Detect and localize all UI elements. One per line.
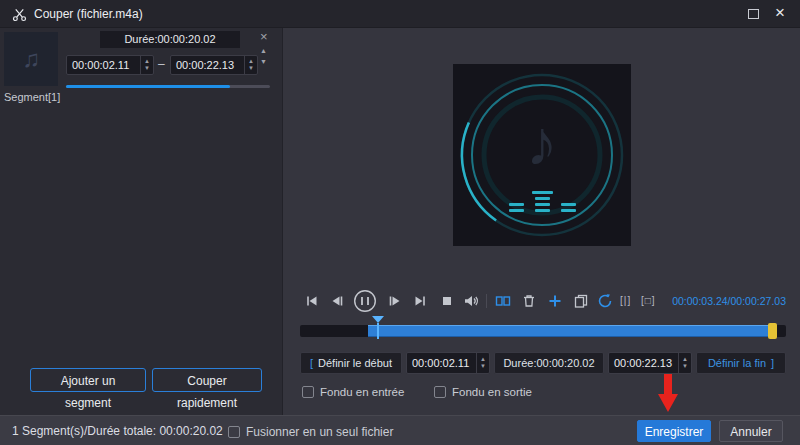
save-button[interactable]: Enregistrer <box>637 420 711 442</box>
spinner-steppers[interactable]: ▲ ▼ <box>140 56 153 74</box>
delete-segment-button[interactable] <box>520 292 538 310</box>
scissors-icon <box>12 7 27 26</box>
spin-up-icon[interactable]: ▲ <box>480 356 486 363</box>
segment-progress-track <box>66 85 270 88</box>
spinner-steppers[interactable]: ▲ ▼ <box>476 353 489 373</box>
playhead-marker-icon[interactable] <box>372 316 384 323</box>
statusbar: 1 Segment(s)/Durée totale: 00:00:20.02 F… <box>0 415 800 445</box>
segment-end-spinner[interactable]: 00:00:22.13 ▲ ▼ <box>170 55 258 75</box>
volume-button[interactable] <box>462 292 480 310</box>
spin-up-icon[interactable]: ▲ <box>248 58 254 65</box>
spin-up-icon[interactable]: ▲ <box>682 356 688 363</box>
skip-end-button[interactable] <box>411 292 429 310</box>
fade-in-label: Fondu en entrée <box>320 386 404 398</box>
maximize-button[interactable] <box>748 9 759 19</box>
move-segment-up-icon[interactable]: ▲ <box>260 47 267 54</box>
add-segment-button[interactable]: Ajouter un segment <box>30 368 146 392</box>
remove-segment-icon[interactable]: × <box>260 30 268 44</box>
loop-section-pause-button[interactable]: [|] <box>620 295 631 306</box>
timeline-selection[interactable] <box>368 325 770 337</box>
add-segment-icon-button[interactable] <box>546 292 564 310</box>
preview-panel: ♪ <box>284 28 800 415</box>
segment-start-value: 00:00:02.11 <box>67 56 140 74</box>
trim-end-spinner[interactable]: 00:00:22.13 ▲ ▼ <box>608 352 692 374</box>
segment-duration-header: Durée:00:00:20.02 <box>100 31 240 48</box>
move-segment-down-icon[interactable]: ▼ <box>260 58 267 65</box>
pause-button[interactable] <box>353 289 377 313</box>
equalizer-bars-icon <box>453 172 631 212</box>
window-title: Couper (fichier.m4a) <box>34 7 143 21</box>
start-bracket-icon: [ <box>310 357 313 369</box>
spinner-steppers[interactable]: ▲ ▼ <box>678 353 691 373</box>
segments-summary: 1 Segment(s)/Durée totale: 00:00:20.02 <box>12 424 223 438</box>
segment-label: Segment[1] <box>4 91 60 103</box>
checkbox-icon[interactable] <box>434 386 446 398</box>
trim-end-value: 00:00:22.13 <box>609 353 678 373</box>
trim-duration-box: Durée:00:00:20.02 <box>494 352 604 374</box>
segment-start-spinner[interactable]: 00:00:02.11 ▲ ▼ <box>66 55 154 75</box>
step-forward-button[interactable] <box>385 292 403 310</box>
cancel-button[interactable]: Annuler <box>719 420 783 442</box>
spin-down-icon[interactable]: ▼ <box>682 363 688 370</box>
fade-out-label: Fondu en sortie <box>452 386 532 398</box>
segment-thumbnail[interactable]: ♫ <box>4 32 58 86</box>
set-start-label: Définir le début <box>318 357 392 369</box>
close-button[interactable]: × <box>775 3 785 23</box>
cut-dialog-window: Couper (fichier.m4a) × ♫ Segment[1] Duré… <box>0 0 800 445</box>
playhead-line[interactable] <box>377 323 379 339</box>
selection-end-handle[interactable] <box>768 323 777 339</box>
spinner-steppers[interactable]: ▲ ▼ <box>244 56 257 74</box>
toolbar-separator <box>486 294 487 308</box>
segment-list-panel: ♫ Segment[1] Durée:00:00:20.02 × ▲ ▼ 00:… <box>0 28 283 415</box>
playback-time-display: 00:00:03.24/00:00:27.03 <box>672 295 786 307</box>
segment-progress-fill <box>66 85 230 88</box>
spin-down-icon[interactable]: ▼ <box>144 65 150 72</box>
step-back-button[interactable] <box>329 292 347 310</box>
loop-section-stop-button[interactable]: [□] <box>641 295 656 306</box>
trim-start-spinner[interactable]: 00:00:02.11 ▲ ▼ <box>406 352 490 374</box>
skip-start-button[interactable] <box>303 292 321 310</box>
titlebar: Couper (fichier.m4a) × <box>0 0 800 28</box>
cut-quickly-button[interactable]: Couper rapidement <box>152 368 262 392</box>
reset-button[interactable] <box>596 292 614 310</box>
trim-start-value: 00:00:02.11 <box>407 353 476 373</box>
split-segment-button[interactable] <box>494 292 512 310</box>
copy-segment-button[interactable] <box>572 292 590 310</box>
set-end-label: Définir la fin <box>708 357 766 369</box>
merge-label: Fusionner en un seul fichier <box>246 425 393 439</box>
spin-up-icon[interactable]: ▲ <box>144 58 150 65</box>
end-bracket-icon: ] <box>771 357 774 369</box>
segment-end-value: 00:00:22.13 <box>171 56 244 74</box>
spin-down-icon[interactable]: ▼ <box>480 363 486 370</box>
stop-button[interactable] <box>438 292 456 310</box>
annotation-arrow-icon <box>656 374 680 414</box>
merge-checkbox[interactable]: Fusionner en un seul fichier <box>228 425 393 439</box>
checkbox-icon[interactable] <box>228 426 240 438</box>
fade-out-checkbox[interactable]: Fondu en sortie <box>434 386 532 398</box>
checkbox-icon[interactable] <box>302 386 314 398</box>
time-range-dash: – <box>158 57 165 71</box>
spin-down-icon[interactable]: ▼ <box>248 65 254 72</box>
fade-in-checkbox[interactable]: Fondu en entrée <box>302 386 404 398</box>
set-start-button[interactable]: [ Définir le début <box>300 352 402 374</box>
set-end-button[interactable]: Définir la fin ] <box>696 352 786 374</box>
